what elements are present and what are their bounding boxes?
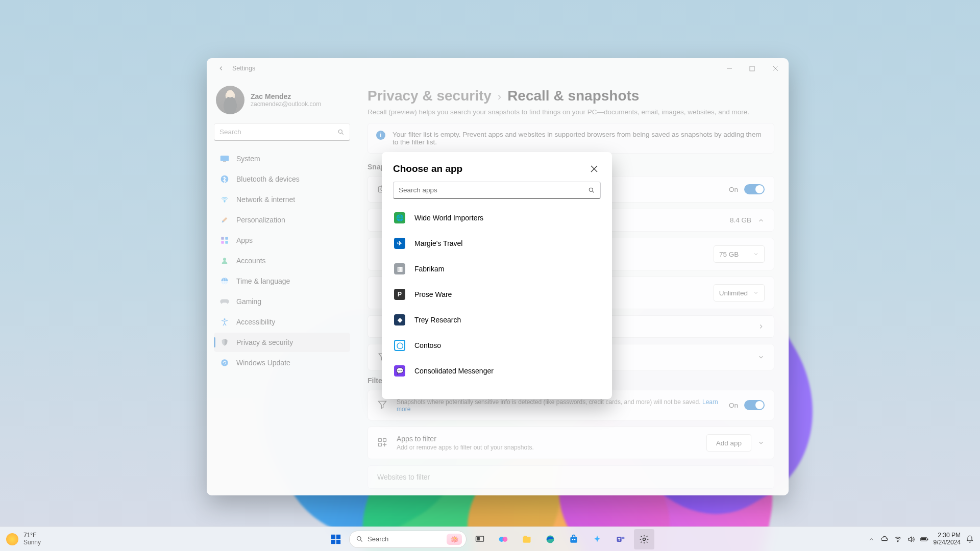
dialog-search-input[interactable]: [399, 186, 584, 194]
taskbar-search-placeholder: Search: [368, 535, 388, 543]
system-tray: 2:30 PM 9/24/2024: [867, 532, 974, 546]
svg-point-25: [357, 537, 361, 541]
app-name: Trey Research: [414, 316, 461, 324]
taskbar-clock[interactable]: 2:30 PM 9/24/2024: [934, 532, 961, 546]
svg-point-37: [643, 538, 646, 540]
app-item[interactable]: 💬Consolidated Messenger: [386, 358, 608, 384]
dialog-close-button[interactable]: [587, 162, 601, 176]
search-icon: [588, 187, 595, 194]
app-item[interactable]: PProse Ware: [386, 282, 608, 307]
search-highlight-icon: 🪷: [447, 534, 462, 545]
taskbar-search[interactable]: Search 🪷: [349, 531, 467, 548]
svg-rect-23: [331, 539, 335, 543]
app-icon: 💬: [394, 365, 405, 377]
app-icon: ▥: [394, 263, 405, 274]
tray-chevron-icon[interactable]: [867, 535, 875, 543]
svg-rect-31: [570, 537, 577, 542]
taskbar-center: Search 🪷 T: [326, 529, 654, 549]
svg-rect-21: [331, 534, 335, 538]
app-name: Prose Ware: [414, 290, 452, 298]
app-item[interactable]: ◆Trey Research: [386, 307, 608, 333]
taskbar: 71°F Sunny Search 🪷 T 2:30 PM 9/24/2024: [0, 527, 980, 551]
copilot-app-button[interactable]: [587, 529, 607, 549]
volume-icon[interactable]: [907, 535, 915, 543]
svg-rect-33: [574, 539, 576, 540]
clock-time: 2:30 PM: [938, 532, 961, 539]
svg-rect-27: [477, 537, 479, 540]
battery-icon[interactable]: [920, 535, 928, 543]
copilot-button[interactable]: [493, 529, 513, 549]
svg-text:T: T: [618, 537, 621, 541]
weather-cond: Sunny: [23, 539, 41, 546]
svg-rect-22: [336, 534, 340, 538]
store-button[interactable]: [564, 529, 584, 549]
explorer-button[interactable]: [517, 529, 537, 549]
svg-rect-40: [921, 538, 926, 540]
taskbar-weather[interactable]: 71°F Sunny: [6, 532, 41, 546]
dialog-search[interactable]: [393, 182, 601, 199]
task-view-button[interactable]: [470, 529, 490, 549]
svg-point-20: [589, 188, 593, 191]
notifications-icon[interactable]: [966, 535, 974, 543]
app-item[interactable]: ▥Fabrikam: [386, 256, 608, 282]
app-icon: ✈: [394, 238, 405, 249]
svg-rect-32: [572, 539, 574, 540]
edge-button[interactable]: [540, 529, 560, 549]
app-icon: ◯: [394, 340, 405, 351]
svg-point-29: [502, 537, 507, 542]
svg-point-38: [897, 541, 898, 542]
app-item[interactable]: ✈Margie's Travel: [386, 231, 608, 256]
app-icon: 🌐: [394, 212, 405, 223]
wifi-icon[interactable]: [894, 535, 902, 543]
app-list[interactable]: 🌐Wide World Importers✈Margie's Travel▥Fa…: [382, 203, 612, 384]
svg-point-36: [622, 537, 625, 539]
app-icon: ◆: [394, 314, 405, 325]
weather-temp: 71°F: [23, 532, 41, 539]
settings-taskbar-button[interactable]: [634, 529, 654, 549]
svg-rect-41: [927, 538, 928, 540]
choose-app-dialog: Choose an app 🌐Wide World Importers✈Marg…: [382, 152, 612, 399]
app-item[interactable]: 🌐Wide World Importers: [386, 205, 608, 231]
clock-date: 9/24/2024: [934, 539, 961, 546]
app-name: Fabrikam: [414, 265, 444, 273]
app-name: Margie's Travel: [414, 239, 462, 247]
app-name: Consolidated Messenger: [414, 367, 494, 375]
weather-sun-icon: [6, 533, 18, 545]
start-button[interactable]: [326, 529, 346, 549]
teams-button[interactable]: T: [610, 529, 631, 549]
app-item[interactable]: ◯Contoso: [386, 333, 608, 358]
app-name: Wide World Importers: [414, 214, 483, 222]
dialog-title: Choose an app: [393, 163, 462, 174]
svg-rect-24: [336, 539, 340, 543]
onedrive-icon[interactable]: [880, 535, 889, 543]
app-name: Contoso: [414, 341, 441, 349]
app-icon: P: [394, 289, 405, 300]
